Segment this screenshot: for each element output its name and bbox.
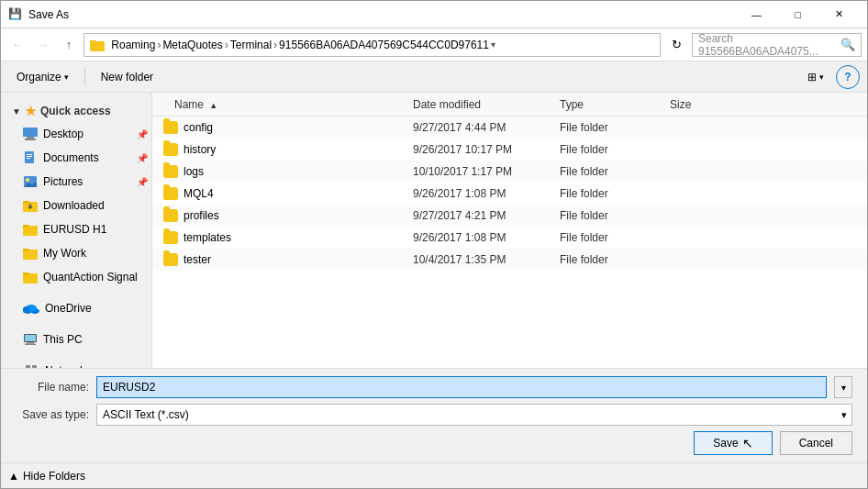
sidebar-downloaded-label: Downloaded xyxy=(43,199,105,212)
table-row[interactable]: config 9/27/2017 4:44 PM File folder xyxy=(152,117,867,139)
eurusd-folder-icon xyxy=(23,223,38,236)
window-title: Save As xyxy=(28,8,69,21)
file-name-cell: logs xyxy=(156,165,413,178)
svg-rect-28 xyxy=(25,344,36,346)
column-date[interactable]: Date modified xyxy=(413,98,560,111)
view-icon: ⊞ xyxy=(807,71,817,83)
filetype-select-wrapper: ASCII Text (*.csv) All Files (*.*) xyxy=(96,404,852,426)
svg-rect-18 xyxy=(23,249,29,251)
new-folder-label: New folder xyxy=(101,71,153,83)
forward-button[interactable]: → xyxy=(32,34,54,56)
minimize-button[interactable]: — xyxy=(736,1,777,28)
svg-rect-3 xyxy=(27,137,34,139)
up-button[interactable]: ↑ xyxy=(58,34,80,56)
sidebar-item-quantaction[interactable]: QuantAction Signal xyxy=(1,265,151,289)
svg-point-24 xyxy=(23,306,30,312)
sidebar-pictures-label: Pictures xyxy=(43,175,83,188)
filename-dropdown-icon[interactable]: ▾ xyxy=(834,376,852,398)
column-name[interactable]: Name ▲ xyxy=(156,98,413,111)
breadcrumb-folder-icon xyxy=(90,39,105,51)
file-name-cell: MQL4 xyxy=(156,187,413,200)
search-box[interactable]: Search 915566BA06ADA4075... 🔍 xyxy=(692,33,862,57)
svg-rect-7 xyxy=(27,156,32,157)
svg-rect-27 xyxy=(27,342,34,344)
filename-input[interactable] xyxy=(96,376,827,398)
breadcrumb[interactable]: Roaming › MetaQuotes › Terminal › 915566… xyxy=(83,33,661,57)
onedrive-icon xyxy=(23,303,39,314)
sidebar-eurusd-label: EURUSD H1 xyxy=(43,223,106,236)
title-controls: — □ ✕ xyxy=(736,1,860,28)
quick-access-star-icon: ★ xyxy=(25,104,37,118)
hide-folders-bar[interactable]: ▲ Hide Folders xyxy=(1,462,867,488)
sidebar-item-onedrive[interactable]: OneDrive xyxy=(1,296,151,320)
folder-icon xyxy=(163,121,178,134)
maximize-button[interactable]: □ xyxy=(777,1,818,28)
sidebar-item-documents[interactable]: Documents 📌 xyxy=(1,146,151,170)
refresh-button[interactable]: ↻ xyxy=(664,33,688,57)
svg-rect-6 xyxy=(27,154,32,155)
sidebar-quick-access-header[interactable]: ▼ ★ Quick access xyxy=(1,100,151,122)
help-button[interactable]: ? xyxy=(836,65,860,89)
view-button[interactable]: ⊞ ▾ xyxy=(799,65,832,89)
organize-button[interactable]: Organize ▾ xyxy=(8,65,77,89)
quick-access-chevron-icon: ▼ xyxy=(12,106,21,117)
svg-rect-8 xyxy=(27,158,30,159)
svg-rect-4 xyxy=(25,139,36,140)
sidebar-item-network[interactable]: Network xyxy=(1,359,151,368)
svg-rect-2 xyxy=(23,128,38,137)
breadcrumb-metaquotes[interactable]: MetaQuotes xyxy=(162,39,222,51)
column-size[interactable]: Size xyxy=(670,98,743,111)
filename-label: File name: xyxy=(16,381,89,394)
breadcrumb-terminal[interactable]: Terminal xyxy=(230,39,272,51)
cursor-icon: ↖ xyxy=(742,436,753,450)
file-name-cell: profiles xyxy=(156,209,413,222)
folder-icon xyxy=(163,209,178,222)
new-folder-button[interactable]: New folder xyxy=(93,65,161,89)
column-type[interactable]: Type xyxy=(560,98,670,111)
folder-icon xyxy=(163,143,178,156)
file-area: Name ▲ Date modified Type Size config xyxy=(152,93,867,368)
folder-icon xyxy=(163,165,178,178)
filetype-select[interactable]: ASCII Text (*.csv) All Files (*.*) xyxy=(96,404,852,426)
sidebar: ▼ ★ Quick access Desktop 📌 xyxy=(1,93,152,368)
pictures-icon xyxy=(23,174,38,189)
toolbar: Organize ▾ New folder ⊞ ▾ ? xyxy=(1,61,867,93)
mywork-folder-icon xyxy=(23,247,38,260)
sidebar-item-pictures[interactable]: Pictures 📌 xyxy=(1,170,151,194)
address-bar: ← → ↑ Roaming › MetaQuotes › Terminal › … xyxy=(1,28,867,61)
table-row[interactable]: history 9/26/2017 10:17 PM File folder xyxy=(152,139,867,161)
search-icon[interactable]: 🔍 xyxy=(840,38,855,51)
hide-folders-label: Hide Folders xyxy=(23,470,85,483)
close-button[interactable]: ✕ xyxy=(818,1,860,28)
main-area: ▼ ★ Quick access Desktop 📌 xyxy=(1,93,867,368)
sidebar-desktop-label: Desktop xyxy=(43,128,83,140)
hide-folders-chevron-icon: ▲ xyxy=(8,470,19,483)
table-row[interactable]: templates 9/26/2017 1:08 PM File folder xyxy=(152,227,867,249)
breadcrumb-current[interactable]: 915566BA06ADA407569C544CC0D97611 xyxy=(279,39,489,51)
sidebar-item-mywork[interactable]: My Work xyxy=(1,241,151,265)
sidebar-item-eurusd[interactable]: EURUSD H1 xyxy=(1,217,151,241)
table-row[interactable]: tester 10/4/2017 1:35 PM File folder xyxy=(152,249,867,271)
table-row[interactable]: profiles 9/27/2017 4:21 PM File folder xyxy=(152,205,867,227)
file-name-cell: templates xyxy=(156,231,413,244)
folder-icon xyxy=(163,253,178,266)
title-bar: 💾 Save As — □ ✕ xyxy=(1,1,867,28)
sidebar-item-desktop[interactable]: Desktop 📌 xyxy=(1,122,151,146)
back-button[interactable]: ← xyxy=(6,34,28,56)
toolbar-separator xyxy=(84,68,85,86)
organize-label: Organize xyxy=(17,71,61,83)
quantaction-folder-icon xyxy=(23,271,38,283)
breadcrumb-roaming[interactable]: Roaming xyxy=(111,39,155,51)
filetype-row: Save as type: ASCII Text (*.csv) All Fil… xyxy=(16,404,852,426)
table-row[interactable]: logs 10/10/2017 1:17 PM File folder xyxy=(152,161,867,183)
pin-icon-pictures: 📌 xyxy=(137,177,148,187)
bottom-area: File name: ▾ Save as type: ASCII Text (*… xyxy=(1,368,867,462)
cancel-button[interactable]: Cancel xyxy=(780,431,852,455)
svg-rect-26 xyxy=(25,335,36,341)
table-row[interactable]: MQL4 9/26/2017 1:08 PM File folder xyxy=(152,183,867,205)
sidebar-item-downloaded[interactable]: Downloaded xyxy=(1,194,151,217)
sidebar-thispc-label: This PC xyxy=(43,333,83,346)
save-button[interactable]: Save ↖ xyxy=(694,431,772,455)
sidebar-item-thispc[interactable]: This PC xyxy=(1,328,151,351)
sidebar-mywork-label: My Work xyxy=(43,247,86,260)
